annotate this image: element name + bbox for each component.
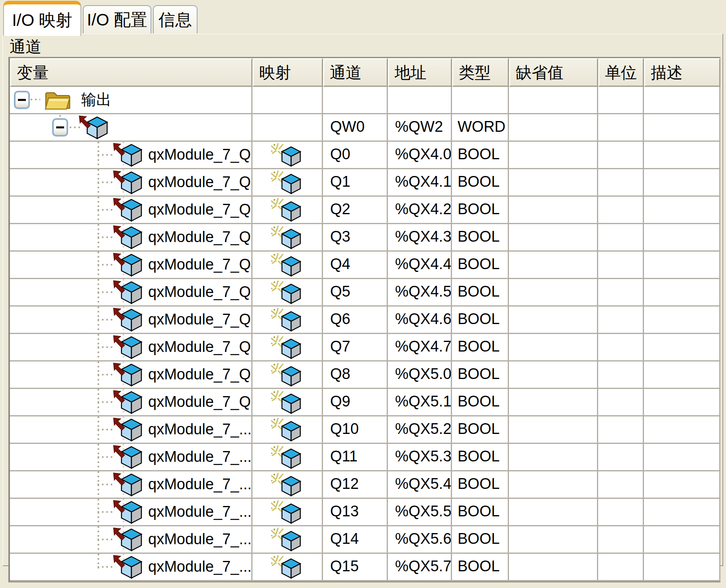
- cell-channel: Q13: [323, 499, 388, 525]
- table-row[interactable]: qxModule_7_Q6Q6%QX4.6BOOL: [10, 307, 720, 334]
- cell-type: BOOL: [452, 361, 509, 388]
- variable-label: qxModule_7_...: [148, 444, 252, 469]
- column-header-4[interactable]: 类型: [452, 58, 509, 87]
- tab-information[interactable]: 信息: [153, 5, 198, 33]
- mapped-output-bit-icon: [112, 499, 143, 525]
- map-to-new-variable-icon: [270, 445, 302, 470]
- cell-default-value: [509, 224, 598, 250]
- table-row[interactable]: qxModule_7_...Q11%QX5.3BOOL: [10, 444, 720, 471]
- table-row[interactable]: qxModule_7_...Q10%QX5.2BOOL: [10, 416, 720, 444]
- variable-label: qxModule_7_Q4: [148, 252, 252, 277]
- cell-address: %QX4.1: [388, 169, 452, 195]
- variable-label: qxModule_7_Q6: [148, 307, 252, 332]
- cell-mapping: [252, 224, 323, 250]
- tree-dots: [31, 99, 40, 100]
- cell-type: BOOL: [452, 526, 509, 553]
- cell-type: BOOL: [452, 307, 509, 333]
- cell-channel: Q2: [323, 197, 388, 223]
- cell-default-value: [509, 526, 598, 553]
- cell-default-value: [509, 444, 598, 470]
- cell-default-value: [509, 279, 598, 305]
- cell-mapping: [252, 471, 323, 498]
- table-row[interactable]: qxModule_7_Q3Q3%QX4.3BOOL: [10, 224, 720, 252]
- column-header-3[interactable]: 地址: [388, 58, 452, 87]
- cell-unit: [598, 361, 644, 388]
- cell-type: BOOL: [452, 334, 509, 360]
- table-row[interactable]: qxModule_7_Q1Q1%QX4.1BOOL: [10, 169, 720, 197]
- table-row[interactable]: qxModule_7_...Q15%QX5.7BOOL: [10, 554, 720, 581]
- cell-channel: Q1: [323, 169, 388, 195]
- mapped-output-bit-icon: [112, 170, 143, 195]
- tab-io-mapping[interactable]: I/O 映射: [3, 1, 81, 36]
- table-row[interactable]: qxModule_7_...Q12%QX5.4BOOL: [10, 471, 720, 499]
- cell-channel: Q12: [323, 471, 388, 498]
- cell-unit: [598, 87, 644, 113]
- cell-default-value: [509, 471, 598, 498]
- column-header-2[interactable]: 通道: [323, 58, 388, 87]
- table-row[interactable]: qxModule_7_Q7Q7%QX4.7BOOL: [10, 334, 720, 361]
- cell-variable: qxModule_7_Q6: [10, 307, 252, 333]
- table-row[interactable]: qxModule_7_Q2Q2%QX4.2BOOL: [10, 197, 720, 224]
- map-to-new-variable-icon: [270, 225, 302, 250]
- column-header-1[interactable]: 映射: [252, 58, 323, 87]
- cell-type: BOOL: [452, 142, 509, 168]
- table-row[interactable]: qxModule_7_Q0Q0%QX4.0BOOL: [10, 142, 720, 169]
- cell-channel: Q5: [323, 279, 388, 305]
- cell-mapping: [252, 499, 323, 525]
- cell-type: [452, 87, 509, 113]
- cell-variable: qxModule_7_Q7: [10, 334, 252, 360]
- table-row[interactable]: qxModule_7_...Q13%QX5.5BOOL: [10, 499, 720, 526]
- column-header-5[interactable]: 缺省值: [509, 58, 598, 87]
- cell-channel: Q14: [323, 526, 388, 553]
- io-mapping-page: I/O 映射I/O 配置信息 通道 变量映射通道地址类型缺省值单位描述 输出QW…: [0, 0, 726, 588]
- table-row[interactable]: qxModule_7_Q4Q4%QX4.4BOOL: [10, 252, 720, 279]
- cell-description: [644, 526, 720, 553]
- cell-address: %QX4.2: [388, 197, 452, 223]
- cell-variable: 输出: [10, 87, 252, 113]
- cell-unit: [598, 169, 644, 195]
- cell-address: %QX4.0: [388, 142, 452, 168]
- column-header-6[interactable]: 单位: [598, 58, 644, 87]
- variable-label: qxModule_7_...: [148, 472, 252, 497]
- cell-mapping: [252, 334, 323, 360]
- column-header-7[interactable]: 描述: [644, 58, 720, 87]
- cell-mapping: [252, 114, 323, 141]
- tab-io-configuration[interactable]: I/O 配置: [83, 5, 151, 33]
- cell-mapping: [252, 444, 323, 470]
- cell-type: BOOL: [452, 224, 509, 250]
- table-row[interactable]: qxModule_7_Q8Q8%QX5.0BOOL: [10, 361, 720, 389]
- cell-mapping: [252, 361, 323, 388]
- io-mapping-table[interactable]: 变量映射通道地址类型缺省值单位描述 输出QW0%QW2WORDqxModule_…: [8, 57, 720, 582]
- mapped-output-bit-icon: [112, 362, 143, 388]
- cell-type: BOOL: [452, 471, 509, 498]
- variable-label: qxModule_7_Q0: [148, 142, 252, 167]
- cell-unit: [598, 252, 644, 278]
- cell-default-value: [509, 87, 598, 113]
- cell-default-value: [509, 114, 598, 141]
- cell-unit: [598, 499, 644, 525]
- minus-expander-icon[interactable]: [14, 91, 30, 109]
- minus-expander-icon[interactable]: [52, 118, 68, 137]
- cell-default-value: [509, 361, 598, 388]
- table-row[interactable]: QW0%QW2WORD: [10, 114, 720, 142]
- table-row[interactable]: 输出: [10, 87, 720, 114]
- cell-channel: Q3: [323, 224, 388, 250]
- cell-unit: [598, 142, 644, 168]
- table-row[interactable]: qxModule_7_Q9Q9%QX5.1BOOL: [10, 389, 720, 416]
- cell-type: BOOL: [452, 444, 509, 470]
- mapped-output-bit-icon: [112, 417, 143, 443]
- table-row[interactable]: qxModule_7_...Q14%QX5.6BOOL: [10, 526, 720, 554]
- cell-mapping: [252, 279, 323, 305]
- cell-address: %QX5.5: [388, 499, 452, 525]
- cell-description: [644, 499, 720, 525]
- cell-address: %QX5.3: [388, 444, 452, 470]
- cell-default-value: [509, 142, 598, 168]
- cell-mapping: [252, 307, 323, 333]
- cell-description: [644, 444, 720, 470]
- column-header-0[interactable]: 变量: [10, 58, 252, 87]
- table-row[interactable]: qxModule_7_Q5Q5%QX4.5BOOL: [10, 279, 720, 307]
- cell-type: BOOL: [452, 252, 509, 278]
- cell-description: [644, 87, 720, 113]
- cell-channel: Q8: [323, 361, 388, 388]
- variable-label: qxModule_7_...: [148, 499, 252, 524]
